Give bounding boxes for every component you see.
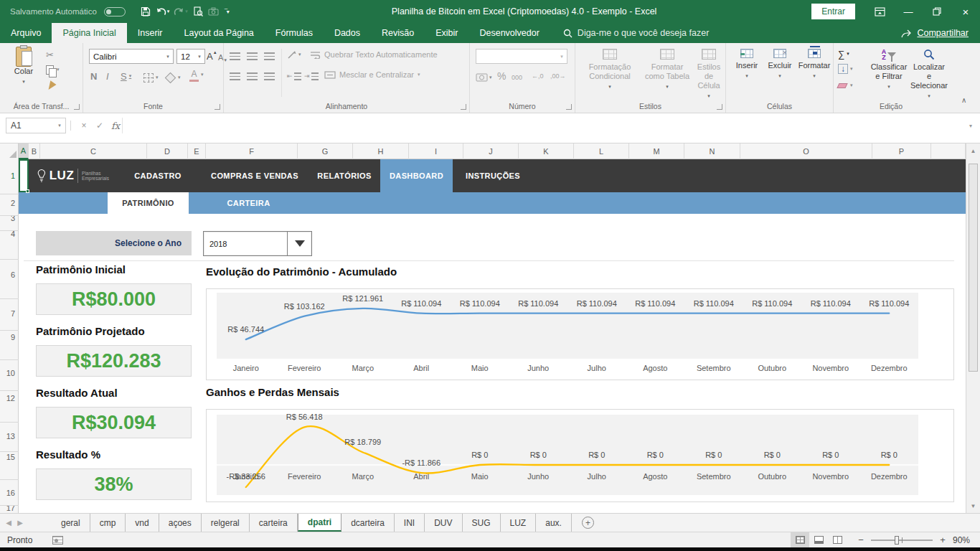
row-header-1[interactable]: 1 <box>11 171 15 180</box>
format-cells-button[interactable]: Formatar▾ <box>798 49 831 80</box>
column-header-P[interactable]: P <box>872 143 931 159</box>
zoom-slider[interactable]: − + <box>857 534 947 545</box>
cancel-icon[interactable]: × <box>76 118 92 133</box>
ribbon-tab-inserir[interactable]: Inserir <box>127 23 174 43</box>
tell-me-search[interactable]: Diga-me o que você deseja fazer <box>563 28 709 38</box>
ribbon-tab-fórmulas[interactable]: Fórmulas <box>265 23 324 43</box>
align-bottom-button[interactable] <box>264 49 275 63</box>
name-box[interactable]: A1▾ <box>6 118 66 133</box>
column-header-N[interactable]: N <box>684 143 740 159</box>
nav-item-compras-e-vendas[interactable]: COMPRAS E VENDAS <box>201 159 308 192</box>
column-header-J[interactable]: J <box>463 143 519 159</box>
ribbon-tab-dados[interactable]: Dados <box>324 23 371 43</box>
ganhos-perdas-line-chart[interactable]: JaneiroFevereiroMarçoAbrilMaioJunhoJulho… <box>206 409 954 502</box>
column-header-M[interactable]: M <box>629 143 684 159</box>
format-painter-button[interactable] <box>47 79 55 93</box>
align-left-button[interactable] <box>230 69 240 83</box>
sheet-nav-left-icon[interactable]: ◀ <box>3 514 14 532</box>
undo-icon[interactable]: ▾ <box>154 3 171 20</box>
nav-item-cadastro[interactable]: CADASTRO <box>115 159 201 192</box>
increase-decimal-button[interactable]: ←,0 <box>532 69 544 83</box>
share-button[interactable]: Compartilhar <box>901 28 980 38</box>
bold-button[interactable]: N <box>90 69 97 83</box>
align-middle-button[interactable] <box>247 49 258 63</box>
conditional-formatting-button[interactable]: Formatação Condicional▾ <box>580 49 640 91</box>
select-all-corner[interactable] <box>0 143 19 159</box>
enter-icon[interactable]: ✓ <box>92 118 108 133</box>
column-header-L[interactable]: L <box>574 143 629 159</box>
alignment-dialog-launcher[interactable] <box>461 104 466 110</box>
column-header-B[interactable]: B <box>29 143 40 159</box>
fx-icon[interactable]: fx <box>108 118 123 133</box>
vertical-scrollbar[interactable]: ▲ ▼ <box>966 143 980 513</box>
redo-icon[interactable]: ▾ <box>172 3 189 20</box>
nav-item-relatórios[interactable]: RELATÓRIOS <box>308 159 380 192</box>
ribbon-tab-página-inicial[interactable]: Página Inicial <box>52 23 126 43</box>
column-header-E[interactable]: E <box>188 143 206 159</box>
cell-styles-button[interactable]: Estilos de Célula▾ <box>693 49 725 100</box>
nav-item-dashboard[interactable]: DASHBOARD <box>380 159 453 192</box>
grow-font-button[interactable]: A▲ <box>207 49 217 63</box>
paste-button[interactable]: Colar▾ <box>7 47 40 86</box>
delete-cells-button[interactable]: × Excluir▾ <box>765 49 795 80</box>
column-header-K[interactable]: K <box>519 143 574 159</box>
align-top-button[interactable] <box>230 49 240 63</box>
percent-style-button[interactable]: % <box>497 69 506 83</box>
column-header-H[interactable]: H <box>353 143 409 159</box>
ribbon-tab-revisão[interactable]: Revisão <box>371 23 425 43</box>
restore-button[interactable] <box>923 0 951 23</box>
camera-icon[interactable] <box>207 3 221 20</box>
zoom-in-icon[interactable]: + <box>938 534 947 545</box>
ribbon-display-options-icon[interactable] <box>865 0 894 23</box>
qat-customize-icon[interactable]: ▾– <box>222 3 237 20</box>
clipboard-dialog-launcher[interactable] <box>74 104 80 110</box>
row-header-6[interactable]: 6 <box>11 270 15 279</box>
sort-filter-button[interactable]: AZ Classificar e Filtrar▾ <box>868 49 910 91</box>
column-header-I[interactable]: I <box>409 143 463 159</box>
column-header-C[interactable]: C <box>40 143 147 159</box>
sheet-tab-dpatri[interactable]: dpatri <box>298 514 341 532</box>
sheet-tab-DUV[interactable]: DUV <box>425 514 462 532</box>
fill-button[interactable]: ↓▾ <box>838 62 853 76</box>
column-header-O[interactable]: O <box>740 143 872 159</box>
align-right-button[interactable] <box>264 69 275 83</box>
styles-dialog-launcher[interactable] <box>717 104 722 110</box>
row-header-7[interactable]: 7 <box>11 309 15 318</box>
font-dialog-launcher[interactable] <box>215 104 220 110</box>
sheet-tab-relgeral[interactable]: relgeral <box>202 514 250 532</box>
minimize-button[interactable]: — <box>894 0 923 23</box>
decrease-decimal-button[interactable]: ,00→ <box>550 69 566 83</box>
ribbon-tab-exibir[interactable]: Exibir <box>425 23 468 43</box>
sheet-tab-LUZ[interactable]: LUZ <box>501 514 537 532</box>
copy-button[interactable]: ▾ <box>46 62 60 77</box>
ribbon-tab-layout-da-página[interactable]: Layout da Página <box>173 23 264 43</box>
sheet-tab-INI[interactable]: INI <box>395 514 425 532</box>
italic-button[interactable]: I <box>106 69 109 83</box>
print-preview-icon[interactable] <box>191 3 205 20</box>
collapse-ribbon-icon[interactable]: ∧ <box>961 96 966 104</box>
selected-cell-a1[interactable] <box>19 159 29 192</box>
formula-input[interactable] <box>122 118 963 133</box>
orientation-button[interactable]: ▾ <box>287 47 301 62</box>
fill-color-button[interactable]: ▾ <box>166 70 181 85</box>
insert-cells-button[interactable]: Inserir▾ <box>732 49 762 80</box>
scroll-up-icon[interactable]: ▲ <box>968 145 979 156</box>
format-as-table-button[interactable]: Formatar como Tabela▾ <box>641 49 693 91</box>
row-header-12[interactable]: 12 <box>6 394 15 402</box>
sheet-tab-carteira[interactable]: carteira <box>250 514 298 532</box>
sheet-tab-geral[interactable]: geral <box>52 514 90 532</box>
font-name-combo[interactable]: Calibri▾ <box>89 49 174 64</box>
decrease-indent-button[interactable]: ⇤ <box>287 69 301 83</box>
font-color-button[interactable]: A▾ <box>189 67 204 82</box>
cut-button[interactable]: ✂ <box>46 47 54 62</box>
nav-item-instruções[interactable]: INSTRUÇÕES <box>453 159 533 192</box>
merge-center-button[interactable]: Mesclar e Centralizar▾ <box>324 70 420 79</box>
find-select-button[interactable]: Localizar e Selecionar▾ <box>911 49 947 100</box>
sheet-tab-açoes[interactable]: açoes <box>159 514 202 532</box>
row-header-2[interactable]: 2 <box>11 199 15 207</box>
year-dropdown-arrow-icon[interactable] <box>287 232 311 255</box>
sheet-tab-SUG[interactable]: SUG <box>463 514 501 532</box>
increase-indent-button[interactable]: ⇥ <box>304 69 319 83</box>
subtab-carteira[interactable]: CARTEIRA <box>207 192 290 214</box>
zoom-out-icon[interactable]: − <box>857 534 865 545</box>
